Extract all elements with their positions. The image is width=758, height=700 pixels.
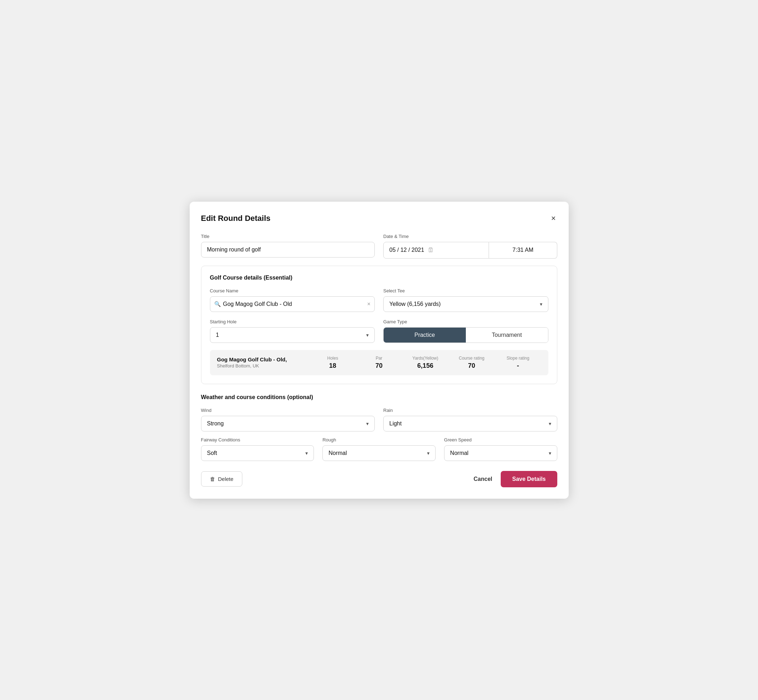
- calendar-icon: 🗓: [428, 247, 434, 254]
- delete-button[interactable]: 🗑 Delete: [201, 471, 242, 487]
- par-label: Par: [356, 356, 402, 361]
- select-tee-value: Yellow (6,156 yards): [389, 301, 440, 307]
- holes-label: Holes: [310, 356, 356, 361]
- yards-label: Yards(Yellow): [402, 356, 448, 361]
- datetime-label: Date & Time: [383, 234, 557, 239]
- green-speed-dropdown[interactable]: Normal ▾: [444, 445, 557, 461]
- green-speed-group: Green Speed Normal ▾: [444, 437, 557, 461]
- rain-group: Rain Light ▾: [383, 408, 557, 431]
- title-label: Title: [201, 234, 375, 239]
- wind-label: Wind: [201, 408, 375, 413]
- course-info-name: Gog Magog Golf Club - Old, Shelford Bott…: [217, 356, 310, 369]
- date-value: 05 / 12 / 2021: [389, 247, 424, 253]
- green-speed-value: Normal: [450, 450, 469, 456]
- title-datetime-row: Title Date & Time 05 / 12 / 2021 🗓 7:31 …: [201, 234, 557, 259]
- tournament-button[interactable]: Tournament: [466, 328, 548, 342]
- title-group: Title: [201, 234, 375, 258]
- course-name-wrapper: 🔍 ×: [210, 296, 375, 312]
- fairway-value: Soft: [207, 450, 217, 456]
- fairway-rough-green-row: Fairway Conditions Soft ▾ Rough Normal ▾…: [201, 437, 557, 461]
- fairway-dropdown[interactable]: Soft ▾: [201, 445, 314, 461]
- fairway-group: Fairway Conditions Soft ▾: [201, 437, 314, 461]
- time-field[interactable]: 7:31 AM: [489, 242, 557, 259]
- golf-course-section: Golf Course details (Essential) Course N…: [201, 266, 557, 384]
- hole-gametype-row: Starting Hole 1 ▾ Game Type Practice Tou…: [210, 319, 548, 343]
- select-tee-group: Select Tee Yellow (6,156 yards) ▾: [383, 288, 548, 312]
- wind-value: Strong: [207, 420, 224, 427]
- starting-hole-label: Starting Hole: [210, 319, 375, 324]
- chevron-down-icon: ▾: [366, 421, 369, 427]
- holes-value: 18: [310, 362, 356, 370]
- modal-header: Edit Round Details ×: [201, 213, 557, 224]
- weather-section-title: Weather and course conditions (optional): [201, 394, 557, 400]
- modal-title: Edit Round Details: [201, 214, 271, 223]
- rain-label: Rain: [383, 408, 557, 413]
- course-name-input[interactable]: [210, 296, 375, 312]
- golf-section-title: Golf Course details (Essential): [210, 275, 548, 281]
- course-name-group: Course Name 🔍 ×: [210, 288, 375, 312]
- yards-value: 6,156: [402, 362, 448, 370]
- starting-hole-group: Starting Hole 1 ▾: [210, 319, 375, 343]
- course-info-card: Gog Magog Golf Club - Old, Shelford Bott…: [210, 350, 548, 375]
- select-tee-label: Select Tee: [383, 288, 548, 294]
- yards-stat: Yards(Yellow) 6,156: [402, 356, 448, 370]
- rain-dropdown[interactable]: Light ▾: [383, 416, 557, 431]
- rough-group: Rough Normal ▾: [323, 437, 435, 461]
- practice-button[interactable]: Practice: [384, 328, 466, 342]
- course-name-label: Course Name: [210, 288, 375, 294]
- game-type-toggle: Practice Tournament: [383, 327, 548, 343]
- course-rating-value: 70: [448, 362, 495, 370]
- starting-hole-dropdown[interactable]: 1 ▾: [210, 327, 375, 343]
- chevron-down-icon: ▾: [305, 450, 308, 456]
- title-input[interactable]: [201, 242, 375, 258]
- select-tee-dropdown[interactable]: Yellow (6,156 yards) ▾: [383, 296, 548, 312]
- starting-hole-value: 1: [216, 332, 219, 338]
- wind-rain-row: Wind Strong ▾ Rain Light ▾: [201, 408, 557, 431]
- rough-label: Rough: [323, 437, 435, 442]
- chevron-down-icon: ▾: [549, 450, 551, 456]
- chevron-down-icon: ▾: [540, 301, 542, 307]
- cancel-button[interactable]: Cancel: [474, 476, 492, 482]
- game-type-group: Game Type Practice Tournament: [383, 319, 548, 343]
- course-rating-stat: Course rating 70: [448, 356, 495, 370]
- delete-label: Delete: [218, 476, 233, 482]
- datetime-group: Date & Time 05 / 12 / 2021 🗓 7:31 AM: [383, 234, 557, 259]
- edit-round-modal: Edit Round Details × Title Date & Time 0…: [190, 202, 568, 499]
- chevron-down-icon: ▾: [427, 450, 429, 456]
- save-button[interactable]: Save Details: [501, 471, 557, 487]
- date-time-row: 05 / 12 / 2021 🗓 7:31 AM: [383, 242, 557, 259]
- time-value: 7:31 AM: [512, 247, 534, 253]
- chevron-down-icon: ▾: [549, 421, 551, 427]
- weather-section: Weather and course conditions (optional)…: [201, 394, 557, 461]
- close-button[interactable]: ×: [550, 213, 557, 224]
- slope-rating-stat: Slope rating -: [495, 356, 541, 370]
- course-clear-icon[interactable]: ×: [367, 301, 370, 307]
- search-icon: 🔍: [214, 301, 221, 307]
- trash-icon: 🗑: [210, 476, 215, 482]
- rough-dropdown[interactable]: Normal ▾: [323, 445, 435, 461]
- footer-row: 🗑 Delete Cancel Save Details: [201, 471, 557, 487]
- green-speed-label: Green Speed: [444, 437, 557, 442]
- wind-group: Wind Strong ▾: [201, 408, 375, 431]
- date-field[interactable]: 05 / 12 / 2021 🗓: [383, 242, 489, 259]
- course-tee-row: Course Name 🔍 × Select Tee Yellow (6,156…: [210, 288, 548, 312]
- slope-rating-label: Slope rating: [495, 356, 541, 361]
- game-type-label: Game Type: [383, 319, 548, 324]
- holes-stat: Holes 18: [310, 356, 356, 370]
- course-info-name-text: Gog Magog Golf Club - Old,: [217, 356, 310, 362]
- par-value: 70: [356, 362, 402, 370]
- rain-value: Light: [389, 420, 402, 427]
- rough-value: Normal: [329, 450, 347, 456]
- chevron-down-icon: ▾: [366, 332, 369, 338]
- course-rating-label: Course rating: [448, 356, 495, 361]
- course-info-location: Shelford Bottom, UK: [217, 363, 310, 369]
- footer-right: Cancel Save Details: [474, 471, 557, 487]
- slope-rating-value: -: [495, 362, 541, 370]
- fairway-label: Fairway Conditions: [201, 437, 314, 442]
- wind-dropdown[interactable]: Strong ▾: [201, 416, 375, 431]
- par-stat: Par 70: [356, 356, 402, 370]
